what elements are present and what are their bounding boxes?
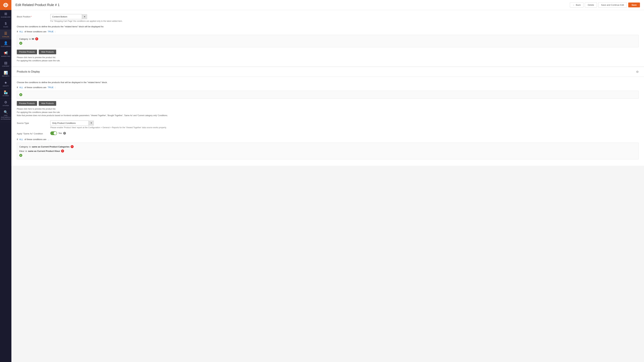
source-type-row: Source Type Only Product Conditions View… [17,120,639,129]
sidebar-item-content[interactable]: ▤ CONTENT [0,59,12,69]
source-type-select-wrapper: Only Product Conditions Viewed Together … [50,120,94,126]
source-type-field-content: Only Product Conditions Viewed Together … [50,120,166,129]
marketing-icon: 📢 [4,51,8,55]
apply-same-as-label: Apply "Same As" Condition [17,131,50,135]
back-button[interactable]: ← Back [570,2,584,7]
preview-note-1: Please click here to preview the product… [17,56,639,62]
sidebar-item-label: AMASTY [2,85,9,87]
sidebar-item-marketing[interactable]: 📢 MARKETING [0,49,12,59]
customer-conditions-description: Choose the conditions to define the prod… [17,25,639,28]
preview-note-2-line2: For applying this conditions please save… [17,111,639,114]
same-as-is-keyword-1: is [25,150,27,152]
all-link[interactable]: ALL [19,30,23,33]
block-position-label: Block Position* [17,14,50,18]
remove-condition-button[interactable]: × [35,37,38,40]
help-icon[interactable]: ? [63,132,66,135]
customer-conditions-actions: Preview Products Hide Products [17,50,639,54]
sidebar-item-label: DASHBOARD [1,16,10,18]
same-as-all-header: If ALL of these conditions are ... : [17,138,639,141]
preview-note-line2: For applying this conditions please save… [17,59,639,62]
preview-products-button-1[interactable]: Preview Products [17,50,37,54]
products-add-condition-row: + [19,92,636,97]
reports-icon: 📊 [4,71,8,75]
save-continue-button[interactable]: Save and Continue Edit [598,2,627,7]
block-position-hint: For 'Shopping Cart Page' the conditions … [50,20,639,22]
sidebar-item-catalog[interactable]: ☰ CATALOG [0,30,12,39]
sidebar-item-label: FIND PARTNERS & EXTENSIONS [1,115,11,120]
block-position-select[interactable]: Content Bottom Content Top Shopping Cart… [50,14,87,19]
same-as-all-link[interactable]: ALL [19,138,23,141]
same-as-is-keyword-0: is [29,145,31,148]
sidebar-item-label: CUSTOMERS [1,45,10,47]
toggle-content: Yes ? [50,131,66,135]
page-title: Edit Related Product Rule # 1 [16,3,60,7]
sidebar-item-label: CATALOG [2,36,9,38]
products-true-link[interactable]: TRUE [48,86,54,89]
products-to-display-title: Products to Display [17,70,40,73]
sidebar-item-sales[interactable]: $ SALES [0,20,12,30]
delete-button[interactable]: Delete [585,2,597,7]
products-display-description: Choose the conditions to define the prod… [17,81,639,84]
block-position-section: Block Position* Content Bottom Content T… [12,10,644,66]
main-area: Edit Related Product Rule # 1 ← Back Del… [12,0,644,362]
sidebar-item-amasty[interactable]: ★ AMASTY [0,79,12,89]
stores-icon: 🏪 [4,90,8,94]
sidebar-item-label: STORES [3,95,9,97]
toggle-yes-label: Yes [58,132,62,134]
block-position-row: Block Position* Content Bottom Content T… [17,14,639,22]
sidebar-item-label: SYSTEM [2,105,9,107]
same-as-kleur-label: Kleur [19,150,24,152]
page-header: Edit Related Product Rule # 1 ← Back Del… [12,0,644,10]
products-conditions-actions: Preview Products Hide Products [17,101,639,106]
same-as-add-row: + [19,153,636,158]
products-to-display-header[interactable]: Products to Display ⊖ [12,67,644,77]
sidebar-item-customers[interactable]: 👤 CUSTOMERS [0,39,12,49]
required-indicator: * [31,15,32,18]
save-button[interactable]: Save [628,2,640,7]
customer-conditions-box: Category is 99 × + [17,35,639,47]
true-link[interactable]: TRUE [48,30,54,33]
sidebar-item-dashboard[interactable]: ⊞ DASHBOARD [0,10,12,20]
add-condition-row: + [19,41,636,45]
source-type-select[interactable]: Only Product Conditions Viewed Together … [50,120,94,126]
apply-same-as-row: Apply "Same As" Condition Yes ? [17,131,639,135]
same-as-category-label: Category [19,145,28,148]
hide-products-button-1[interactable]: Hide Products [39,50,56,54]
catalog-icon: ☰ [4,31,7,35]
cond-is-keyword: is [29,38,31,40]
source-type-label: Source Type [17,120,50,124]
block-position-field-content: Content Bottom Content Top Shopping Cart… [50,14,639,22]
same-as-ellipsis-link[interactable]: ... [48,138,50,141]
sidebar-item-label: REPORTS [2,75,9,77]
remove-same-as-condition-0[interactable]: × [70,145,74,148]
products-all-link[interactable]: ALL [19,86,23,89]
same-as-conditions-box: Category is same as Current Product Cate… [17,143,639,159]
sidebar-item-label: SALES [3,26,8,28]
remove-same-as-condition-1[interactable]: × [61,149,64,152]
sales-icon: $ [5,22,6,25]
sidebar-item-label: CONTENT [2,65,10,67]
sidebar-item-find-partners[interactable]: 🔍 FIND PARTNERS & EXTENSIONS [0,108,12,122]
products-display-all-true: If ALL of these conditions are TRUE : [17,86,639,89]
preview-note-2-line3: Note that preview does not show products… [17,114,639,117]
system-icon: ⚙ [4,100,7,104]
products-add-condition-button[interactable]: + [19,93,22,96]
same-as-kleur-value: same as Current Product Kleur [28,150,60,152]
sidebar-item-system[interactable]: ⚙ SYSTEM [0,98,12,108]
dashboard-icon: ⊞ [4,12,7,16]
cond-value: 99 [32,38,34,40]
sidebar-item-label: MARKETING [1,55,10,57]
add-condition-button[interactable]: + [19,42,22,45]
block-position-select-wrapper: Content Bottom Content Top Shopping Cart… [50,14,87,19]
preview-note-2: Please click here to preview the product… [17,107,639,117]
cond-category-label: Category [19,38,28,40]
hide-products-button-2[interactable]: Hide Products [39,101,56,106]
preview-products-button-2[interactable]: Preview Products [17,101,37,106]
same-as-condition-row-0: Category is same as Current Product Cate… [19,144,636,149]
apply-same-as-toggle[interactable] [50,131,57,135]
sidebar-item-reports[interactable]: 📊 REPORTS [0,69,12,79]
same-as-add-button[interactable]: + [19,154,22,157]
amasty-icon: ★ [4,81,7,85]
sidebar-item-stores[interactable]: 🏪 STORES [0,89,12,98]
find-partners-icon: 🔍 [4,110,8,114]
